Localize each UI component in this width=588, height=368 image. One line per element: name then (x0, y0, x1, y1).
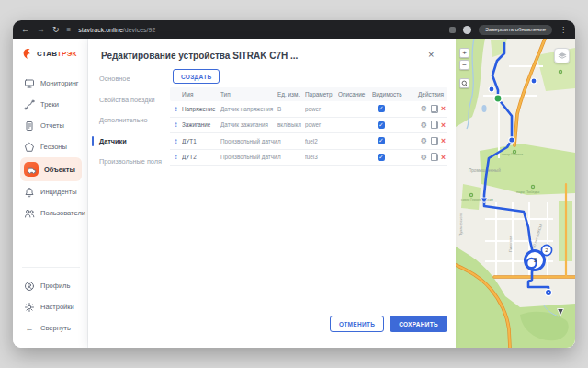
map-label-park: парк Победы (516, 190, 539, 194)
dialog-title: Редактирование устройства SITRAK C7H ... (101, 51, 298, 61)
tab-sensors[interactable]: Датчики (99, 137, 169, 145)
sidebar-item-monitoring[interactable]: Мониторинг (20, 73, 82, 94)
layers-button[interactable] (554, 48, 570, 63)
sidebar-item-label: Треки (40, 100, 59, 109)
waypoint-marker[interactable] (509, 137, 514, 143)
delete-icon[interactable]: × (441, 121, 446, 130)
start-marker[interactable] (494, 95, 502, 102)
monitor-icon (24, 78, 35, 89)
profile-avatar[interactable] (463, 26, 471, 34)
copy-icon[interactable] (431, 105, 437, 112)
col-param: Параметр (305, 91, 338, 98)
finish-update-button[interactable]: Завершить обновление (479, 25, 552, 35)
sensor-type: Датчик зажигания (220, 121, 277, 128)
drag-handle-icon[interactable]: ↕ (170, 153, 182, 161)
zoom-out-button[interactable]: − (459, 60, 469, 70)
sensors-table: Имя Тип Ед. изм. Параметр Описание Видим… (170, 87, 447, 166)
sensor-settings-icon[interactable]: ⚙ (420, 153, 427, 162)
sidebar-item-settings[interactable]: Настройки (20, 296, 82, 317)
edit-device-dialog: Редактирование устройства SITRAK C7H ...… (88, 39, 456, 348)
tab-additional[interactable]: Дополнительно (99, 116, 169, 124)
col-type: Тип (220, 91, 277, 98)
map-canvas: Промышленный парк Победы сквер Героев Ро… (456, 39, 575, 348)
vehicle-icon (24, 162, 39, 177)
table-row: ↕ Зажигание Датчик зажигания вкл/выкл po… (170, 118, 447, 134)
visibility-checkbox[interactable]: ✓ (378, 137, 385, 144)
users-icon (24, 208, 35, 219)
cancel-button[interactable]: ОТМЕНИТЬ (330, 316, 384, 332)
copy-icon[interactable] (431, 154, 437, 161)
bell-icon (24, 187, 35, 198)
settings-gear-icon (24, 302, 35, 313)
sidebar-item-users[interactable]: Пользователи (20, 202, 82, 224)
menu-kebab-icon[interactable]: ⋮ (560, 26, 567, 34)
browser-window: ← → ↻ ≡ stavtrack.online/devices/92 Заве… (13, 20, 575, 348)
col-description: Описание (338, 91, 372, 98)
browser-toolbar: ← → ↻ ≡ stavtrack.online/devices/92 Заве… (13, 20, 575, 39)
sensor-settings-icon[interactable]: ⚙ (420, 136, 427, 145)
sidebar-item-label: Объекты (44, 166, 75, 174)
sidebar-item-incidents[interactable]: Инциденты (20, 181, 82, 202)
sidebar-item-profile[interactable]: Профиль (20, 275, 82, 296)
tracks-icon (24, 99, 35, 110)
sidebar-divider (22, 267, 80, 268)
site-info-icon[interactable]: ≡ (67, 26, 72, 34)
sidebar-item-label: Пользователи (40, 209, 85, 217)
tab-trip-properties[interactable]: Свойства поездки (99, 96, 169, 104)
logo-icon (22, 48, 34, 60)
sidebar-item-label: Мониторинг (40, 79, 79, 87)
map-panel[interactable]: Промышленный парк Победы сквер Героев Ро… (456, 39, 575, 348)
col-actions: Действия (410, 91, 447, 98)
delete-icon[interactable]: × (441, 136, 446, 145)
visibility-checkbox[interactable]: ✓ (378, 121, 385, 129)
tab-main[interactable]: Основное (99, 75, 169, 83)
map-label-district: Промышленный (469, 167, 501, 173)
map-search-button[interactable] (459, 78, 469, 88)
forward-icon[interactable]: → (37, 20, 45, 39)
visibility-checkbox[interactable]: ✓ (378, 154, 385, 161)
sidebar: СТАВТРЭК Мониторинг Треки Отчеты Геозон (13, 39, 88, 348)
close-icon[interactable]: × (428, 49, 434, 60)
col-visibility: Видимость (372, 91, 410, 98)
sidebar-item-tracks[interactable]: Треки (20, 94, 82, 115)
address-bar[interactable]: stavtrack.online/devices/92 (78, 27, 155, 33)
drag-handle-icon[interactable]: ↕ (170, 121, 182, 129)
sensor-unit: л (277, 138, 305, 144)
visibility-checkbox[interactable]: ✓ (378, 105, 385, 112)
sidebar-item-collapse[interactable]: ← Свернуть (20, 317, 82, 339)
sensor-name: Зажигание (182, 121, 220, 128)
drag-handle-icon[interactable]: ↕ (170, 137, 182, 145)
sidebar-item-label: Свернуть (40, 324, 71, 332)
layers-icon (557, 51, 568, 62)
tab-custom-fields[interactable]: Произвольные поля (99, 157, 169, 166)
sensor-settings-icon[interactable]: ⚙ (420, 121, 427, 130)
waypoint-marker[interactable] (489, 86, 494, 92)
search-icon (461, 80, 469, 87)
sensor-type: Датчик напряжения (220, 106, 277, 112)
url-path: /devices/92 (123, 27, 155, 33)
sidebar-item-geozones[interactable]: Геозоны (20, 136, 82, 157)
sensor-name: Напряжение (182, 106, 220, 112)
table-row: ↕ ДУТ1 Произвольный датчик л fuel2 ✓ ⚙ × (170, 133, 447, 150)
zoom-in-button[interactable]: + (459, 48, 469, 58)
arrow-left-icon: ← (24, 324, 35, 333)
sidebar-item-reports[interactable]: Отчеты (20, 115, 82, 136)
waypoint-marker[interactable] (531, 78, 537, 84)
delete-icon[interactable]: × (441, 153, 446, 162)
sensor-settings-icon[interactable]: ⚙ (420, 104, 427, 113)
copy-icon[interactable] (431, 137, 437, 144)
col-unit: Ед. изм. (277, 91, 305, 98)
dialog-tabs: Основное Свойства поездки Дополнительно … (99, 75, 169, 178)
table-row: ↕ ДУТ2 Произвольный датчик л fuel3 ✓ ⚙ × (170, 150, 447, 167)
table-row: ↕ Напряжение Датчик напряжения В power ✓… (170, 101, 447, 118)
save-button[interactable]: СОХРАНИТЬ (390, 316, 447, 332)
delete-icon[interactable]: × (441, 104, 446, 113)
reload-icon[interactable]: ↻ (52, 20, 60, 39)
sidebar-item-label: Инциденты (40, 188, 77, 196)
sidebar-item-objects[interactable]: Объекты (20, 157, 82, 181)
drag-handle-icon[interactable]: ↕ (170, 105, 182, 113)
copy-icon[interactable] (431, 121, 437, 129)
back-icon[interactable]: ← (21, 20, 29, 39)
create-button[interactable]: СОЗДАТЬ (173, 69, 220, 84)
extensions-icon[interactable] (449, 27, 456, 33)
